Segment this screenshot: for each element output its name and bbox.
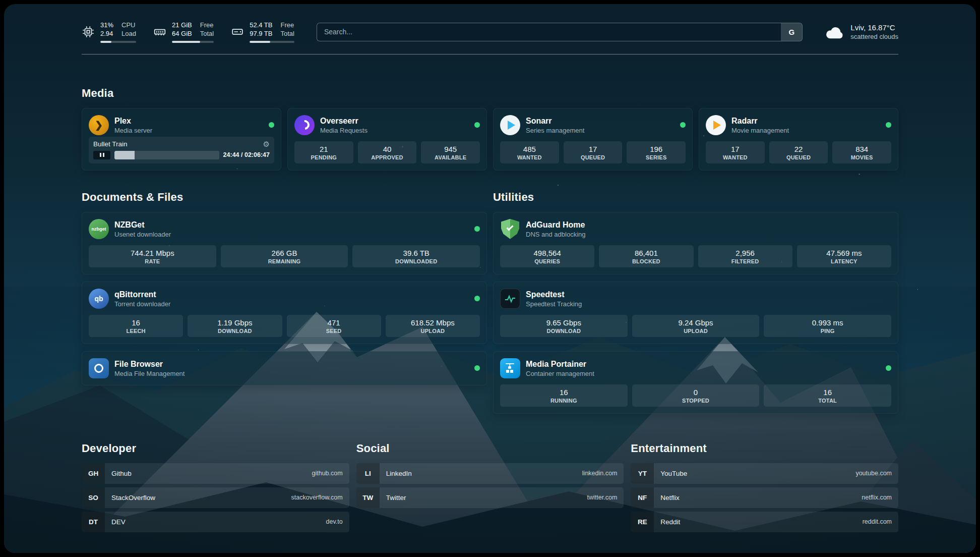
bookmark-name: Netflix xyxy=(660,494,680,502)
stat-box: 22QUEUED xyxy=(769,141,828,163)
bookmark-url: reddit.com xyxy=(863,518,892,525)
stat-box: 17QUEUED xyxy=(564,141,623,163)
bookmark-abbr: LI xyxy=(356,463,380,484)
qbittorrent-icon: qb xyxy=(89,289,109,309)
bookmark-url: netflix.com xyxy=(862,494,892,501)
app-card-overseerr[interactable]: Overseerr Media Requests 21PENDING 40APP… xyxy=(287,108,487,171)
bookmark-abbr: RE xyxy=(631,512,654,532)
bookmark-stackoverflow[interactable]: SO StackOverflow stackoverflow.com xyxy=(82,487,349,508)
bookmark-name: DEV xyxy=(111,518,126,526)
memory-icon xyxy=(153,25,166,38)
app-card-radarr[interactable]: Radarr Movie management 17WANTED 22QUEUE… xyxy=(699,108,898,171)
status-dot xyxy=(269,122,274,128)
ram-total-label: Total xyxy=(200,30,214,38)
radarr-icon xyxy=(706,115,726,135)
app-description: DNS and adblocking xyxy=(526,231,586,238)
ram-free-label: Free xyxy=(200,21,214,30)
bookmarks-entertainment: Entertainment YT YouTube youtube.com NF … xyxy=(631,442,898,532)
app-description: Media Requests xyxy=(320,127,368,134)
bookmark-url: stackoverflow.com xyxy=(291,494,343,501)
ram-progress-bar xyxy=(172,41,214,43)
bookmark-url: github.com xyxy=(312,470,343,477)
app-name: Overseerr xyxy=(320,116,368,126)
pause-button[interactable] xyxy=(93,151,110,159)
topbar: 31% 2.94 CPU Load xyxy=(82,21,898,54)
bookmark-github[interactable]: GH Github github.com xyxy=(82,463,349,484)
stat-box: 47.569 msLATENCY xyxy=(797,245,891,267)
stat-box: 485WANTED xyxy=(500,141,559,163)
bookmark-abbr: SO xyxy=(82,487,105,508)
search-provider-button[interactable]: G xyxy=(781,23,802,41)
app-card-plex[interactable]: ❯ Plex Media server Bullet Train ⚙ xyxy=(82,108,281,171)
stat-box: 618.52 MbpsUPLOAD xyxy=(386,315,480,337)
adguard-icon xyxy=(500,219,520,239)
weather-condition: scattered clouds xyxy=(850,33,898,40)
search-bar: G xyxy=(317,23,803,41)
stat-box: 17WANTED xyxy=(706,141,765,163)
bookmark-netflix[interactable]: NF Netflix netflix.com xyxy=(631,487,898,508)
cpu-load-label: Load xyxy=(121,30,136,38)
bookmarks-social: Social LI LinkedIn linkedin.com TW Twitt… xyxy=(356,442,624,508)
status-dot xyxy=(474,365,480,371)
app-description: Usenet downloader xyxy=(114,231,171,238)
status-dot xyxy=(474,226,480,232)
bookmark-dev[interactable]: DT DEV dev.to xyxy=(82,512,349,532)
bookmark-name: LinkedIn xyxy=(386,470,412,477)
weather-widget: Lviv, 16.87°C scattered clouds xyxy=(825,23,898,40)
stat-box: 40APPROVED xyxy=(358,141,417,163)
app-card-filebrowser[interactable]: File Browser Media File Management xyxy=(82,351,487,385)
system-metrics: 31% 2.94 CPU Load xyxy=(82,21,294,43)
bookmark-abbr: TW xyxy=(356,487,380,508)
portainer-icon xyxy=(500,358,520,378)
app-card-sonarr[interactable]: Sonarr Series management 485WANTED 17QUE… xyxy=(493,108,693,171)
plex-icon: ❯ xyxy=(89,115,109,135)
bookmark-abbr: DT xyxy=(82,512,105,532)
ram-free-value: 21 GiB xyxy=(172,21,192,30)
section-title-social: Social xyxy=(356,442,624,455)
section-utilities: Utilities AdGuard Home DNS and adblockin… xyxy=(493,191,898,414)
app-name: AdGuard Home xyxy=(526,220,586,230)
section-title-entertainment: Entertainment xyxy=(631,442,898,455)
sonarr-icon xyxy=(500,115,520,135)
disk-free-label: Free xyxy=(280,21,294,30)
app-name: Plex xyxy=(114,116,152,126)
stat-box: 0.993 msPING xyxy=(764,315,891,337)
stat-box: 945AVAILABLE xyxy=(421,141,480,163)
app-name: Speedtest xyxy=(526,290,582,299)
bookmark-youtube[interactable]: YT YouTube youtube.com xyxy=(631,463,898,484)
bookmark-twitter[interactable]: TW Twitter twitter.com xyxy=(356,487,624,508)
app-name: File Browser xyxy=(114,359,185,369)
stat-box: 16LEECH xyxy=(89,315,183,337)
stat-box: 266 GBREMAINING xyxy=(221,245,348,267)
bookmark-name: Twitter xyxy=(386,494,406,502)
app-description: Torrent downloader xyxy=(114,300,170,308)
playback-progress-bar[interactable] xyxy=(114,151,219,159)
stat-box: 498,564QUERIES xyxy=(500,245,594,267)
app-card-qbittorrent[interactable]: qb qBittorrent Torrent downloader 16LEEC… xyxy=(82,282,487,344)
bookmark-name: Github xyxy=(111,470,132,477)
bookmark-name: YouTube xyxy=(660,470,687,477)
app-description: Media server xyxy=(114,127,152,134)
settings-icon[interactable]: ⚙ xyxy=(263,140,270,148)
app-name: Sonarr xyxy=(526,116,584,126)
app-card-nzbget[interactable]: nzbget NZBGet Usenet downloader 744.21 M… xyxy=(82,212,487,274)
app-card-portainer[interactable]: Media Portainer Container management 16R… xyxy=(493,351,898,414)
dashboard-page: 31% 2.94 CPU Load xyxy=(4,4,976,553)
bookmark-name: StackOverflow xyxy=(111,494,155,502)
disk-total-label: Total xyxy=(280,30,294,38)
status-dot xyxy=(474,122,480,128)
bookmark-reddit[interactable]: RE Reddit reddit.com xyxy=(631,512,898,532)
disk-icon xyxy=(231,25,244,38)
bookmark-abbr: YT xyxy=(631,463,654,484)
search-input[interactable] xyxy=(317,23,803,41)
cpu-widget: 31% 2.94 CPU Load xyxy=(82,21,136,43)
filebrowser-icon xyxy=(89,358,109,378)
section-media: Media ❯ Plex Media server Bullet Train xyxy=(82,87,898,171)
bookmark-url: linkedin.com xyxy=(582,470,617,477)
app-card-speedtest[interactable]: Speedtest Speedtest Tracking 9.65 GbpsDO… xyxy=(493,282,898,344)
app-description: Movie management xyxy=(731,127,789,134)
bookmark-linkedin[interactable]: LI LinkedIn linkedin.com xyxy=(356,463,624,484)
status-dot xyxy=(886,122,891,128)
app-card-adguard[interactable]: AdGuard Home DNS and adblocking 498,564Q… xyxy=(493,212,898,274)
cpu-icon xyxy=(82,25,95,38)
